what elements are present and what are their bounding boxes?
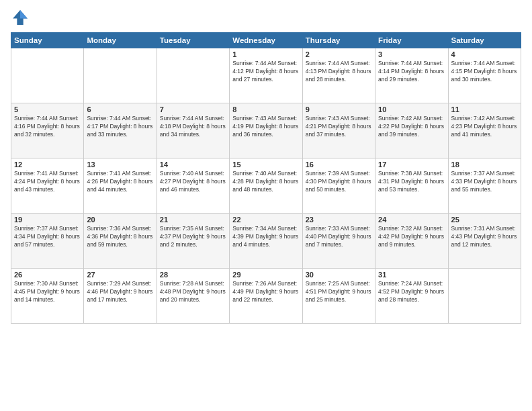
week-row-5: 26Sunrise: 7:30 AM Sunset: 4:45 PM Dayli… (11, 269, 521, 324)
day-info: Sunrise: 7:39 AM Sunset: 4:30 PM Dayligh… (306, 170, 372, 194)
day-info: Sunrise: 7:28 AM Sunset: 4:48 PM Dayligh… (160, 280, 226, 304)
weekday-header-friday: Friday (375, 33, 448, 48)
day-info: Sunrise: 7:25 AM Sunset: 4:51 PM Dayligh… (306, 280, 372, 304)
weekday-header-monday: Monday (84, 33, 157, 48)
calendar-cell: 18Sunrise: 7:37 AM Sunset: 4:33 PM Dayli… (448, 158, 521, 214)
calendar-cell: 1Sunrise: 7:44 AM Sunset: 4:12 PM Daylig… (230, 48, 302, 103)
day-info: Sunrise: 7:42 AM Sunset: 4:22 PM Dayligh… (378, 115, 445, 139)
calendar-cell (157, 48, 229, 103)
calendar-cell: 2Sunrise: 7:44 AM Sunset: 4:13 PM Daylig… (302, 48, 375, 103)
day-info: Sunrise: 7:32 AM Sunset: 4:42 PM Dayligh… (378, 225, 445, 249)
day-number: 21 (160, 216, 226, 224)
day-number: 16 (306, 161, 372, 169)
calendar: SundayMondayTuesdayWednesdayThursdayFrid… (11, 32, 521, 324)
day-number: 14 (160, 161, 226, 169)
weekday-header-row: SundayMondayTuesdayWednesdayThursdayFrid… (11, 33, 521, 48)
header (11, 8, 521, 27)
logo-icon (11, 8, 30, 27)
weekday-header-wednesday: Wednesday (230, 33, 302, 48)
day-info: Sunrise: 7:41 AM Sunset: 4:24 PM Dayligh… (14, 170, 81, 194)
calendar-cell: 19Sunrise: 7:37 AM Sunset: 4:34 PM Dayli… (11, 214, 84, 269)
day-info: Sunrise: 7:26 AM Sunset: 4:49 PM Dayligh… (232, 280, 299, 304)
day-info: Sunrise: 7:41 AM Sunset: 4:26 PM Dayligh… (87, 170, 153, 194)
week-row-4: 19Sunrise: 7:37 AM Sunset: 4:34 PM Dayli… (11, 214, 521, 269)
day-info: Sunrise: 7:40 AM Sunset: 4:27 PM Dayligh… (160, 170, 226, 194)
calendar-cell: 22Sunrise: 7:34 AM Sunset: 4:39 PM Dayli… (230, 214, 302, 269)
calendar-cell: 24Sunrise: 7:32 AM Sunset: 4:42 PM Dayli… (375, 214, 448, 269)
day-info: Sunrise: 7:29 AM Sunset: 4:46 PM Dayligh… (87, 280, 153, 304)
calendar-cell (11, 48, 84, 103)
calendar-cell: 14Sunrise: 7:40 AM Sunset: 4:27 PM Dayli… (157, 158, 229, 214)
day-number: 5 (14, 105, 81, 113)
day-info: Sunrise: 7:44 AM Sunset: 4:16 PM Dayligh… (14, 115, 81, 139)
day-number: 10 (378, 105, 445, 113)
day-info: Sunrise: 7:43 AM Sunset: 4:19 PM Dayligh… (232, 115, 299, 139)
day-number: 24 (378, 216, 445, 224)
day-number: 31 (378, 271, 445, 279)
calendar-cell: 12Sunrise: 7:41 AM Sunset: 4:24 PM Dayli… (11, 158, 84, 214)
calendar-cell: 21Sunrise: 7:35 AM Sunset: 4:37 PM Dayli… (157, 214, 229, 269)
week-row-3: 12Sunrise: 7:41 AM Sunset: 4:24 PM Dayli… (11, 158, 521, 214)
day-info: Sunrise: 7:43 AM Sunset: 4:21 PM Dayligh… (306, 115, 372, 139)
day-number: 27 (87, 271, 153, 279)
calendar-cell: 31Sunrise: 7:24 AM Sunset: 4:52 PM Dayli… (375, 269, 448, 324)
day-info: Sunrise: 7:44 AM Sunset: 4:14 PM Dayligh… (378, 60, 445, 84)
day-info: Sunrise: 7:44 AM Sunset: 4:13 PM Dayligh… (306, 60, 372, 84)
day-number: 28 (160, 271, 226, 279)
calendar-cell: 28Sunrise: 7:28 AM Sunset: 4:48 PM Dayli… (157, 269, 229, 324)
day-number: 8 (232, 105, 299, 113)
day-number: 15 (232, 161, 299, 169)
day-info: Sunrise: 7:35 AM Sunset: 4:37 PM Dayligh… (160, 225, 226, 249)
calendar-cell: 23Sunrise: 7:33 AM Sunset: 4:40 PM Dayli… (302, 214, 375, 269)
day-number: 7 (160, 105, 226, 113)
day-number: 26 (14, 271, 81, 279)
day-info: Sunrise: 7:44 AM Sunset: 4:15 PM Dayligh… (451, 60, 518, 84)
day-number: 22 (232, 216, 299, 224)
weekday-header-sunday: Sunday (11, 33, 84, 48)
week-row-2: 5Sunrise: 7:44 AM Sunset: 4:16 PM Daylig… (11, 103, 521, 158)
page: SundayMondayTuesdayWednesdayThursdayFrid… (0, 0, 532, 411)
calendar-cell: 13Sunrise: 7:41 AM Sunset: 4:26 PM Dayli… (84, 158, 157, 214)
calendar-cell: 3Sunrise: 7:44 AM Sunset: 4:14 PM Daylig… (375, 48, 448, 103)
day-number: 11 (451, 105, 518, 113)
logo (11, 8, 32, 27)
calendar-cell: 7Sunrise: 7:44 AM Sunset: 4:18 PM Daylig… (157, 103, 229, 158)
calendar-cell: 15Sunrise: 7:40 AM Sunset: 4:28 PM Dayli… (230, 158, 302, 214)
day-info: Sunrise: 7:24 AM Sunset: 4:52 PM Dayligh… (378, 280, 445, 304)
day-number: 3 (378, 50, 445, 58)
calendar-cell: 5Sunrise: 7:44 AM Sunset: 4:16 PM Daylig… (11, 103, 84, 158)
day-number: 9 (306, 105, 372, 113)
day-number: 20 (87, 216, 153, 224)
day-info: Sunrise: 7:38 AM Sunset: 4:31 PM Dayligh… (378, 170, 445, 194)
day-info: Sunrise: 7:44 AM Sunset: 4:17 PM Dayligh… (87, 115, 153, 139)
calendar-cell: 9Sunrise: 7:43 AM Sunset: 4:21 PM Daylig… (302, 103, 375, 158)
day-info: Sunrise: 7:30 AM Sunset: 4:45 PM Dayligh… (14, 280, 81, 304)
day-number: 12 (14, 161, 81, 169)
calendar-cell: 29Sunrise: 7:26 AM Sunset: 4:49 PM Dayli… (230, 269, 302, 324)
weekday-header-thursday: Thursday (302, 33, 375, 48)
day-info: Sunrise: 7:44 AM Sunset: 4:12 PM Dayligh… (232, 60, 299, 84)
day-number: 29 (232, 271, 299, 279)
day-number: 13 (87, 161, 153, 169)
calendar-cell (84, 48, 157, 103)
day-info: Sunrise: 7:37 AM Sunset: 4:33 PM Dayligh… (451, 170, 518, 194)
day-info: Sunrise: 7:42 AM Sunset: 4:23 PM Dayligh… (451, 115, 518, 139)
day-number: 2 (306, 50, 372, 58)
calendar-cell: 10Sunrise: 7:42 AM Sunset: 4:22 PM Dayli… (375, 103, 448, 158)
day-info: Sunrise: 7:36 AM Sunset: 4:36 PM Dayligh… (87, 225, 153, 249)
calendar-cell: 16Sunrise: 7:39 AM Sunset: 4:30 PM Dayli… (302, 158, 375, 214)
day-info: Sunrise: 7:31 AM Sunset: 4:43 PM Dayligh… (451, 225, 518, 249)
calendar-cell: 6Sunrise: 7:44 AM Sunset: 4:17 PM Daylig… (84, 103, 157, 158)
day-number: 19 (14, 216, 81, 224)
day-number: 30 (306, 271, 372, 279)
svg-marker-1 (20, 10, 28, 18)
calendar-cell: 8Sunrise: 7:43 AM Sunset: 4:19 PM Daylig… (230, 103, 302, 158)
calendar-cell: 20Sunrise: 7:36 AM Sunset: 4:36 PM Dayli… (84, 214, 157, 269)
day-number: 17 (378, 161, 445, 169)
weekday-header-tuesday: Tuesday (157, 33, 229, 48)
day-info: Sunrise: 7:33 AM Sunset: 4:40 PM Dayligh… (306, 225, 372, 249)
weekday-header-saturday: Saturday (448, 33, 521, 48)
calendar-cell: 17Sunrise: 7:38 AM Sunset: 4:31 PM Dayli… (375, 158, 448, 214)
week-row-1: 1Sunrise: 7:44 AM Sunset: 4:12 PM Daylig… (11, 48, 521, 103)
day-number: 25 (451, 216, 518, 224)
